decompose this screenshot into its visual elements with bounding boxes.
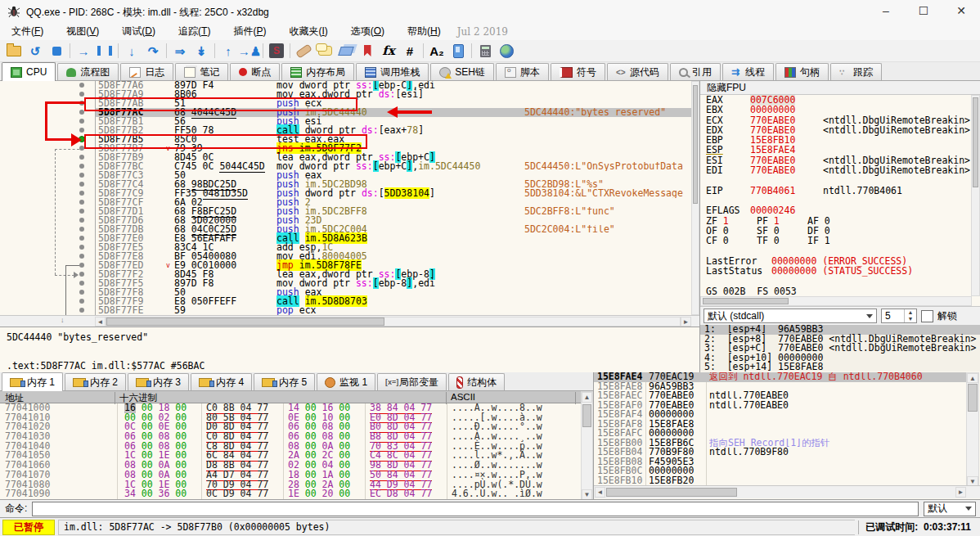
command-input[interactable] [32, 502, 919, 516]
open-file-icon[interactable] [3, 41, 25, 61]
minimize-button[interactable]: – [867, 0, 905, 23]
hex-byte[interactable]: EC [370, 488, 381, 499]
tab-内存 5[interactable]: 内存 5 [254, 373, 315, 390]
scroll-right-button[interactable]: ► [681, 317, 691, 327]
menu-O[interactable]: 选项(O) [339, 23, 396, 41]
device-icon[interactable] [447, 41, 469, 61]
close-button[interactable]: ✕ [942, 0, 980, 23]
scroll-track[interactable] [106, 317, 681, 327]
hex-byte[interactable]: 77 [251, 488, 268, 499]
calling-convention-combo[interactable]: 默认 (stdcall) [704, 309, 877, 323]
scroll-left-button[interactable]: ◄ [595, 487, 605, 498]
registers-vscrollbar[interactable] [971, 95, 980, 296]
functions-icon[interactable]: fx [378, 41, 399, 61]
instruction-dot[interactable] [79, 299, 84, 304]
menu-F[interactable]: 文件(F) [0, 23, 55, 41]
labels-icon[interactable] [335, 41, 357, 61]
globe-icon[interactable] [496, 41, 517, 61]
instruction-dot[interactable] [79, 164, 84, 169]
tab-局部变量[interactable]: [x=]局部变量 [377, 373, 447, 390]
disasm-vscrollbar[interactable] [691, 81, 699, 315]
scroll-thumb[interactable] [968, 384, 978, 412]
scroll-right-button[interactable]: ► [955, 487, 966, 498]
pause-icon[interactable] [94, 41, 115, 61]
calculator-icon[interactable] [474, 41, 496, 61]
hex-row[interactable]: 7704109034 00 36 000C D9 04 771E 00 20 0… [0, 489, 581, 499]
stack-row[interactable]: 15E8FB1015E8FB20 [594, 476, 966, 486]
register-row[interactable]: EDX770EABE0<ntdll.DbgUiRemoteBreakin> [700, 125, 970, 135]
stack-vscrollbar[interactable]: ▲ ▼ [966, 372, 979, 485]
tab-内存 4[interactable]: 内存 4 [191, 373, 252, 390]
register-value[interactable]: 770B4061 [750, 185, 795, 196]
tab-笔记[interactable]: 笔记 [175, 63, 228, 80]
menu-V[interactable]: 视图(V) [55, 23, 110, 41]
instruction-dot[interactable] [79, 92, 84, 97]
flag-TF[interactable]: TF 0 [757, 236, 807, 245]
scroll-up-button[interactable]: ▲ [582, 392, 592, 403]
menu-P[interactable]: 插件(P) [222, 23, 277, 41]
scylla-icon[interactable]: S [266, 41, 287, 61]
scroll-thumb[interactable] [973, 97, 978, 187]
flag-IF[interactable]: IF 1 [807, 236, 858, 245]
tab-跟踪[interactable]: ∵跟踪 [830, 63, 882, 80]
hex-byte[interactable]: D9 [218, 488, 235, 499]
tab-结构体[interactable]: 结构体 [448, 373, 505, 390]
instruction-dot[interactable] [79, 272, 84, 277]
instruction-dot[interactable] [79, 173, 84, 178]
stepper-arrows-icon[interactable]: ▲▼ [904, 309, 916, 322]
register-value[interactable]: 00000000 (STATUS_SUCCESS) [771, 265, 913, 277]
instruction-dot[interactable] [79, 128, 84, 133]
scroll-thumb[interactable] [606, 488, 737, 497]
run-to-user-code-icon[interactable]: →♟ [239, 41, 260, 61]
instruction-dot[interactable] [79, 308, 84, 313]
hex-byte[interactable]: 36 [153, 488, 170, 499]
hex-byte[interactable]: 00 [333, 488, 350, 499]
scroll-left-button[interactable]: ◄ [95, 317, 106, 327]
scroll-thumb[interactable] [703, 298, 789, 304]
register-row[interactable]: EIP770B4061ntdll.770B4061 [700, 186, 970, 196]
register-row[interactable]: EFLAGS00000246 [700, 205, 970, 215]
instruction-dot[interactable] [79, 191, 84, 196]
register-row[interactable] [700, 196, 970, 205]
scroll-thumb[interactable] [693, 85, 698, 204]
bookmarks-icon[interactable] [357, 41, 378, 61]
register-row[interactable]: ZF 1PF 1AF 0 [700, 216, 970, 226]
register-row[interactable]: EDI770EABE0<ntdll.DbgUiRemoteBreakin> [700, 165, 970, 175]
hash-icon[interactable]: # [399, 41, 420, 61]
step-out-icon[interactable]: ↡ [191, 41, 212, 61]
register-row[interactable]: LastStatus00000000 (STATUS_SUCCESS) [700, 266, 970, 276]
tab-脚本[interactable]: 脚本 [496, 63, 549, 80]
instruction-dot[interactable] [79, 218, 84, 223]
run-icon[interactable]: → [73, 41, 94, 61]
registers-hscrollbar[interactable] [700, 296, 972, 306]
tab-引用[interactable]: 引用 [670, 63, 721, 80]
instruction-dot[interactable] [79, 200, 84, 205]
hex-byte[interactable]: 1E [288, 488, 299, 499]
command-profile-combo[interactable]: 默认 [924, 502, 976, 516]
step-into-icon[interactable]: ↓ [121, 41, 142, 61]
tab-内存 2[interactable]: 内存 2 [65, 373, 126, 390]
instruction-dot[interactable] [79, 182, 84, 187]
tab-调用堆栈[interactable]: 调用堆栈 [356, 63, 429, 80]
instruction-dot[interactable] [79, 209, 84, 214]
step-over-icon[interactable]: ↷ [142, 41, 164, 61]
tab-断点[interactable]: 断点 [230, 63, 280, 80]
hex-byte[interactable]: 00 [299, 488, 317, 499]
menu-I[interactable]: 收藏夹(I) [277, 23, 339, 41]
disasm-hscrollbar[interactable]: ↓ ◄ ► [0, 315, 699, 327]
hex-byte[interactable]: 34 [124, 488, 136, 499]
scroll-thumb[interactable] [582, 404, 591, 427]
register-value[interactable]: 770EABE0 [750, 164, 795, 176]
instruction-dot[interactable] [79, 263, 84, 268]
hex-byte[interactable]: D8 [381, 488, 398, 499]
hex-byte[interactable]: 00 [169, 488, 187, 499]
instruction-dot[interactable] [79, 281, 84, 286]
tab-内存布局[interactable]: 内存布局 [281, 63, 354, 80]
flag-CF[interactable]: CF 0 [706, 236, 757, 245]
disasm-row[interactable]: 5D8F77FE59pop ecx [0, 306, 691, 315]
register-row[interactable] [700, 175, 970, 185]
register-row[interactable]: CF 0TF 0IF 1 [700, 236, 970, 245]
register-row[interactable] [700, 276, 970, 286]
tab-句柄[interactable]: 句柄 [775, 63, 829, 80]
instruction-dot[interactable] [79, 119, 84, 124]
